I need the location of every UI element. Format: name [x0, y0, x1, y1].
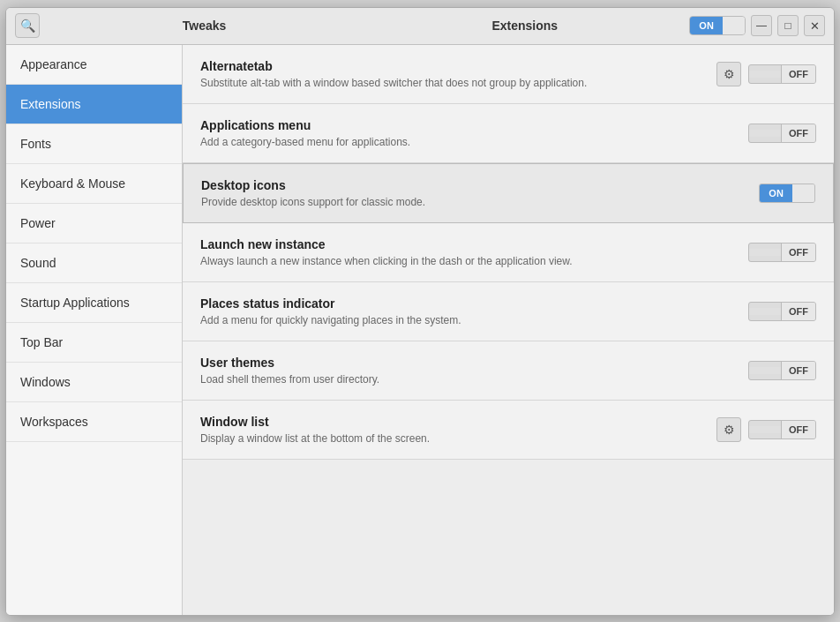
ext-desc-alternatetab: Substitute alt-tab with a window based s…: [200, 77, 716, 89]
gear-icon-alternatetab: ⚙: [724, 67, 735, 81]
toggle-places-status-indicator[interactable]: OFF: [748, 302, 816, 321]
ext-controls-launch-new-instance: OFF: [748, 243, 816, 262]
ext-desc-window-list: Display a window list at the bottom of t…: [200, 432, 716, 445]
titlebar: 🔍 Tweaks Extensions ON — □ ✕: [6, 8, 834, 45]
ext-desc-user-themes: Load shell themes from user directory.: [200, 373, 748, 386]
toggle-user-themes[interactable]: OFF: [748, 361, 816, 380]
search-icon: 🔍: [20, 19, 35, 33]
search-button[interactable]: 🔍: [15, 13, 40, 38]
gear-icon-window-list: ⚙: [724, 423, 735, 437]
ext-desc-places-status-indicator: Add a menu for quickly navigating places…: [200, 314, 748, 326]
toggle-off-label-window-list: OFF: [781, 421, 815, 438]
app-name-label: Tweaks: [49, 19, 360, 33]
sidebar-item-startup-applications[interactable]: Startup Applications: [6, 283, 182, 323]
ext-desc-launch-new-instance: Always launch a new instance when clicki…: [200, 255, 748, 267]
ext-title-user-themes: User themes: [200, 356, 748, 370]
toggle-off-label-user-themes: OFF: [781, 362, 815, 379]
sidebar-item-appearance[interactable]: Appearance: [6, 45, 182, 85]
global-toggle[interactable]: ON: [689, 16, 746, 35]
toggle-off-spacer-alternatetab: [749, 71, 781, 78]
toggle-off-label-launch: OFF: [781, 244, 815, 261]
ext-title-places-status-indicator: Places status indicator: [200, 296, 748, 311]
sidebar-item-extensions[interactable]: Extensions: [6, 85, 182, 124]
global-toggle-spacer: [723, 17, 745, 34]
sidebar-item-power[interactable]: Power: [6, 204, 182, 244]
ext-title-applications-menu: Applications menu: [200, 118, 748, 132]
close-button[interactable]: ✕: [804, 15, 825, 36]
ext-controls-desktop-icons: ON: [759, 184, 815, 203]
ext-text-user-themes: User themes Load shell themes from user …: [200, 356, 748, 386]
extension-user-themes: User themes Load shell themes from user …: [183, 341, 834, 401]
close-icon: ✕: [810, 19, 820, 33]
ext-text-applications-menu: Applications menu Add a category-based m…: [200, 118, 748, 148]
toggle-off-spacer-appsmenu: [749, 130, 781, 137]
ext-text-alternatetab: Alternatetab Substitute alt-tab with a w…: [200, 59, 716, 89]
sidebar-item-keyboard-mouse[interactable]: Keyboard & Mouse: [6, 164, 182, 204]
extensions-list: Alternatetab Substitute alt-tab with a w…: [183, 45, 834, 615]
global-toggle-on: ON: [690, 17, 723, 34]
ext-title-alternatetab: Alternatetab: [200, 59, 716, 73]
gear-button-window-list[interactable]: ⚙: [716, 417, 741, 442]
ext-controls-user-themes: OFF: [748, 361, 816, 380]
extension-window-list: Window list Display a window list at the…: [183, 401, 834, 460]
maximize-icon: □: [784, 19, 791, 32]
maximize-button[interactable]: □: [777, 15, 799, 36]
window-title-label: Extensions: [491, 19, 558, 33]
toggle-applications-menu[interactable]: OFF: [748, 124, 816, 143]
toggle-off-label-alternatetab: OFF: [781, 65, 815, 83]
extension-launch-new-instance: Launch new instance Always launch a new …: [183, 223, 834, 282]
ext-controls-places-status-indicator: OFF: [748, 302, 816, 321]
ext-desc-desktop-icons: Provide desktop icons support for classi…: [201, 196, 759, 208]
main-window: 🔍 Tweaks Extensions ON — □ ✕: [5, 7, 835, 616]
ext-title-window-list: Window list: [200, 415, 716, 429]
toggle-off-label-appsmenu: OFF: [781, 124, 815, 142]
toggle-off-spacer-user-themes: [749, 367, 781, 374]
ext-text-launch-new-instance: Launch new instance Always launch a new …: [200, 237, 748, 267]
extension-desktop-icons: Desktop icons Provide desktop icons supp…: [183, 163, 834, 223]
extension-alternatetab: Alternatetab Substitute alt-tab with a w…: [183, 45, 834, 104]
sidebar-item-sound[interactable]: Sound: [6, 244, 182, 283]
content-area: Appearance Extensions Fonts Keyboard & M…: [6, 45, 834, 615]
toggle-off-label-places: OFF: [781, 303, 815, 320]
ext-desc-applications-menu: Add a category-based menu for applicatio…: [200, 136, 748, 148]
toggle-off-spacer-window-list: [749, 426, 781, 433]
toggle-off-spacer-places: [749, 308, 781, 315]
sidebar-item-top-bar[interactable]: Top Bar: [6, 323, 182, 363]
ext-title-desktop-icons: Desktop icons: [201, 178, 759, 192]
ext-text-window-list: Window list Display a window list at the…: [200, 415, 716, 445]
window-controls: ON — □ ✕: [689, 15, 825, 36]
ext-controls-alternatetab: ⚙ OFF: [716, 62, 816, 86]
toggle-off-spacer-launch: [749, 249, 781, 256]
toggle-launch-new-instance[interactable]: OFF: [748, 243, 816, 262]
extension-places-status-indicator: Places status indicator Add a menu for q…: [183, 282, 834, 341]
sidebar-item-windows[interactable]: Windows: [6, 363, 182, 402]
sidebar-item-workspaces[interactable]: Workspaces: [6, 402, 182, 442]
gear-button-alternatetab[interactable]: ⚙: [716, 62, 741, 86]
minimize-icon: —: [756, 19, 767, 32]
ext-text-places-status-indicator: Places status indicator Add a menu for q…: [200, 296, 748, 326]
ext-title-launch-new-instance: Launch new instance: [200, 237, 748, 251]
sidebar-item-fonts[interactable]: Fonts: [6, 124, 182, 164]
toggle-desktop-icons[interactable]: ON: [759, 184, 815, 203]
toggle-on-spacer-desktop-icons: [792, 184, 814, 202]
sidebar: Appearance Extensions Fonts Keyboard & M…: [6, 45, 183, 615]
ext-controls-applications-menu: OFF: [748, 124, 816, 143]
ext-text-desktop-icons: Desktop icons Provide desktop icons supp…: [201, 178, 759, 208]
extension-applications-menu: Applications menu Add a category-based m…: [183, 104, 834, 163]
toggle-window-list[interactable]: OFF: [748, 420, 816, 439]
toggle-alternatetab[interactable]: OFF: [748, 64, 816, 84]
toggle-on-label-desktop-icons: ON: [760, 184, 792, 202]
minimize-button[interactable]: —: [751, 15, 772, 36]
ext-controls-window-list: ⚙ OFF: [716, 417, 816, 442]
